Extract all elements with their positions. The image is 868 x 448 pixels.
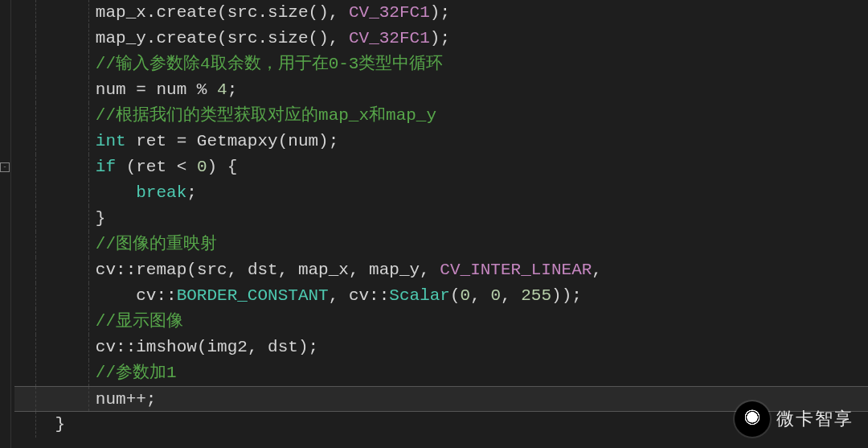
token-punct: )); [551, 286, 582, 305]
token-comment: //根据我们的类型获取对应的map_x和map_y [96, 106, 436, 125]
token-punct: } [96, 209, 106, 228]
code-text: map_y.create(src.size(), CV_32FC1); [14, 29, 450, 47]
token-punct: ); [318, 132, 338, 150]
token-comment: //输入参数除4取余数，用于在0-3类型中循环 [96, 55, 444, 73]
token-punct: ( [217, 3, 227, 22]
wechat-icon [735, 401, 770, 437]
token-punct: , [329, 286, 349, 305]
code-text: } [14, 415, 65, 434]
code-text: num = num % 4; [14, 80, 237, 99]
token-default: map_x. [96, 3, 157, 22]
token-punct: ( [186, 261, 197, 279]
token-default: src. [227, 29, 268, 47]
token-func: remap [136, 261, 186, 279]
token-punct: (), [309, 3, 349, 22]
token-punct: } [55, 415, 65, 434]
token-number: 0 [197, 158, 207, 176]
token-punct: (), [309, 29, 349, 47]
code-text: cv::remap(src, dst, map_x, map_y, CV_INT… [14, 261, 602, 279]
code-text: //根据我们的类型获取对应的map_x和map_y [14, 106, 436, 125]
token-punct: , [470, 286, 490, 305]
token-func: Getmapxy [197, 132, 278, 150]
token-number: 0 [461, 286, 471, 305]
token-keyword: int [96, 132, 126, 150]
token-punct: ( [126, 158, 137, 176]
code-line[interactable]: //输入参数除4取余数，用于在0-3类型中循环 [14, 51, 868, 77]
token-punct: ); [430, 3, 450, 22]
code-area[interactable]: map_x.create(src.size(), CV_32FC1); map_… [11, 0, 868, 448]
token-punct: ; [186, 183, 197, 202]
code-line[interactable]: cv::imshow(img2, dst); [14, 335, 868, 360]
code-text: break; [14, 183, 197, 202]
token-default: num++ [96, 390, 146, 409]
token-number: 0 [490, 286, 501, 305]
token-punct: ; [146, 390, 157, 409]
token-number: 4 [217, 80, 227, 99]
code-text: cv::imshow(img2, dst); [14, 338, 318, 356]
token-punct: ( [197, 338, 207, 356]
token-default [116, 158, 126, 176]
token-punct: ( [450, 286, 461, 305]
token-punct: , [501, 286, 521, 305]
token-default: num [288, 132, 318, 150]
token-func: imshow [136, 338, 197, 356]
code-line[interactable]: map_x.create(src.size(), CV_32FC1); [14, 0, 868, 26]
token-const: CV_32FC1 [349, 29, 430, 47]
code-editor[interactable]: - map_x.create(src.size(), CV_32FC1); ma… [0, 0, 868, 448]
token-default: cv:: [136, 286, 176, 305]
fold-marker-icon[interactable]: - [0, 162, 10, 172]
token-member: BORDER_CONSTANT [177, 286, 329, 305]
token-keyword: break [136, 183, 186, 202]
code-text: map_x.create(src.size(), CV_32FC1); [14, 3, 450, 22]
token-punct: ( [278, 132, 289, 150]
token-default: src, dst, map_x, map_y, [197, 261, 440, 279]
code-line[interactable]: cv::remap(src, dst, map_x, map_y, CV_INT… [14, 257, 868, 283]
code-line[interactable]: num = num % 4; [14, 77, 868, 103]
code-line[interactable]: } [14, 206, 868, 232]
token-func: size [268, 29, 308, 47]
code-text: //参数加1 [14, 364, 177, 382]
code-text: //图像的重映射 [14, 235, 217, 253]
code-line[interactable]: //参数加1 [14, 360, 868, 386]
code-line[interactable]: //根据我们的类型获取对应的map_x和map_y [14, 103, 868, 129]
code-text: } [14, 209, 105, 228]
watermark: 微卡智享 [735, 401, 854, 437]
code-text: //显示图像 [14, 312, 183, 331]
code-text: if (ret < 0) { [14, 158, 237, 176]
token-func: create [156, 29, 217, 47]
token-default: cv:: [96, 338, 136, 356]
token-func: create [156, 3, 217, 22]
token-default: cv:: [96, 261, 136, 279]
token-default: cv:: [349, 286, 389, 305]
token-punct: ); [430, 29, 450, 47]
code-text: num++; [14, 390, 156, 409]
token-number: 255 [521, 286, 551, 305]
token-default: num = num % [96, 80, 217, 99]
code-text: //输入参数除4取余数，用于在0-3类型中循环 [14, 55, 443, 73]
code-text: cv::BORDER_CONSTANT, cv::Scalar(0, 0, 25… [14, 286, 582, 305]
watermark-text: 微卡智享 [776, 407, 854, 431]
code-line[interactable]: if (ret < 0) { [14, 154, 868, 180]
token-default: src. [227, 3, 268, 22]
code-line[interactable]: break; [14, 180, 868, 206]
token-default: ret < [136, 158, 197, 176]
token-punct: ) { [207, 158, 238, 176]
token-punct: , [592, 261, 602, 279]
code-line[interactable]: int ret = Getmapxy(num); [14, 129, 868, 154]
token-default: ret = [126, 132, 197, 150]
token-punct: ; [227, 80, 238, 99]
token-comment: //参数加1 [96, 364, 177, 382]
code-text: int ret = Getmapxy(num); [14, 132, 338, 150]
token-comment: //显示图像 [96, 312, 183, 331]
token-macro: CV_INTER_LINEAR [440, 261, 592, 279]
token-func: size [268, 3, 308, 22]
token-const: CV_32FC1 [349, 3, 430, 22]
token-comment: //图像的重映射 [96, 235, 217, 253]
code-line[interactable]: map_y.create(src.size(), CV_32FC1); [14, 26, 868, 51]
token-call: Scalar [389, 286, 450, 305]
token-default: map_y. [96, 29, 157, 47]
editor-gutter: - [0, 0, 11, 448]
code-line[interactable]: //显示图像 [14, 309, 868, 335]
code-line[interactable]: //图像的重映射 [14, 232, 868, 257]
code-line[interactable]: cv::BORDER_CONSTANT, cv::Scalar(0, 0, 25… [14, 283, 868, 309]
